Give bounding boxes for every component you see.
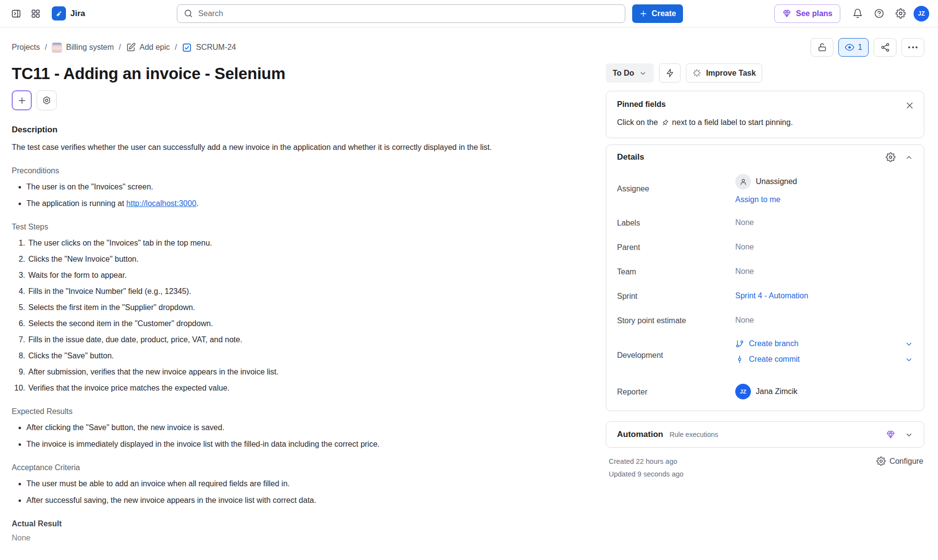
project-avatar xyxy=(52,42,62,53)
preconditions-list: The user is on the "Invoices" screen. Th… xyxy=(12,181,575,209)
more-actions-button[interactable] xyxy=(901,38,924,57)
main-content: TC11 - Adding an invoice - Selenium Desc… xyxy=(0,57,938,542)
app-name: Jira xyxy=(70,9,85,19)
lock-button[interactable] xyxy=(810,38,833,57)
bell-icon xyxy=(853,8,863,19)
gear-icon xyxy=(895,8,906,19)
field-parent: Parent None xyxy=(606,235,924,259)
issue-header-row: Projects / Billing system / Add epic / S… xyxy=(0,27,938,57)
settings-button[interactable] xyxy=(892,5,909,22)
user-avatar[interactable]: JZ xyxy=(914,6,929,21)
add-content-button[interactable] xyxy=(12,90,32,110)
breadcrumb-separator: / xyxy=(175,43,177,52)
list-item: Fills in the issue date, due date, produ… xyxy=(27,334,575,346)
create-button[interactable]: Create xyxy=(632,4,683,23)
list-item: The application is running at http://loc… xyxy=(26,198,575,209)
notifications-button[interactable] xyxy=(849,5,866,22)
status-dropdown[interactable]: To Do xyxy=(606,63,654,83)
details-header[interactable]: Details xyxy=(606,145,924,169)
search-input[interactable] xyxy=(197,9,618,19)
app-switcher-button[interactable] xyxy=(27,5,44,22)
field-story-point-estimate: Story point estimate None xyxy=(606,308,924,332)
app-switcher-icon xyxy=(30,8,41,19)
watchers-button[interactable]: 1 xyxy=(838,38,869,57)
automation-header[interactable]: Automation Rule executions xyxy=(606,422,924,447)
breadcrumb-separator: / xyxy=(45,43,47,52)
assignee-value[interactable]: Unassigned xyxy=(735,174,913,189)
jira-logo-icon xyxy=(52,6,66,21)
labels-value[interactable]: None xyxy=(735,218,913,227)
jira-logo[interactable]: Jira xyxy=(52,6,85,21)
preconditions-heading: Preconditions xyxy=(12,166,575,175)
collapse-chevron-up-icon[interactable] xyxy=(905,153,913,162)
details-settings-icon[interactable] xyxy=(886,152,895,162)
actual-result-value: None xyxy=(12,534,575,542)
apps-button[interactable] xyxy=(37,90,57,110)
breadcrumb: Projects / Billing system / Add epic / S… xyxy=(12,42,236,53)
expected-results-list: After clicking the "Save" button, the ne… xyxy=(12,422,575,450)
global-search[interactable] xyxy=(177,4,625,23)
breadcrumb-projects[interactable]: Projects xyxy=(12,43,40,52)
create-branch-row: Create branch xyxy=(735,339,913,348)
status-row: To Do Improve Task xyxy=(606,63,924,83)
pinned-fields-close-button[interactable] xyxy=(902,98,917,113)
create-commit-link[interactable]: Create commit xyxy=(749,355,800,364)
list-item: Clicks the "Save" button. xyxy=(27,350,575,362)
issue-sidebar-column: To Do Improve Task Pinned fields xyxy=(606,63,924,480)
acceptance-criteria-list: The user must be able to add an invoice … xyxy=(12,478,575,506)
reporter-value[interactable]: JZ Jana Zimcik xyxy=(735,384,913,399)
breadcrumb-separator: / xyxy=(119,43,121,52)
improve-task-button[interactable]: Improve Task xyxy=(686,63,762,83)
list-item: The user clicks on the "Invoices" tab in… xyxy=(27,237,575,249)
sprint-link[interactable]: Sprint 4 - Automation xyxy=(735,291,808,300)
field-development: Development Create branch Create commit xyxy=(606,332,924,377)
see-plans-button[interactable]: See plans xyxy=(774,4,840,23)
quick-add-toolbar xyxy=(12,90,575,110)
list-item: Verifies that the invoice price matches … xyxy=(27,382,575,394)
automation-title: Automation xyxy=(617,430,663,439)
apps-hexagon-icon xyxy=(42,96,51,105)
issue-actions: 1 xyxy=(810,38,924,57)
pinned-fields-panel: Pinned fields Click on the next to a fie… xyxy=(606,91,924,138)
breadcrumb-project[interactable]: Billing system xyxy=(52,42,114,53)
premium-diamond-icon xyxy=(886,430,895,439)
parent-value[interactable]: None xyxy=(735,243,913,251)
automation-panel: Automation Rule executions xyxy=(606,421,924,448)
expected-results-heading: Expected Results xyxy=(12,407,575,416)
updated-timestamp: Updated 9 seconds ago xyxy=(609,468,683,480)
sidebar-expand-icon xyxy=(11,8,21,19)
close-icon xyxy=(905,101,914,110)
acceptance-criteria-heading: Acceptance Criteria xyxy=(12,463,575,472)
list-item: After clicking the "Save" button, the ne… xyxy=(26,422,575,434)
help-button[interactable] xyxy=(871,5,887,22)
description-intro: The test case verifies whether the user … xyxy=(12,142,575,153)
issue-body-column: TC11 - Adding an invoice - Selenium Desc… xyxy=(12,63,575,542)
expand-chevron-down-icon[interactable] xyxy=(905,431,913,439)
plus-icon xyxy=(639,9,648,18)
reporter-avatar: JZ xyxy=(735,384,751,399)
create-branch-link[interactable]: Create branch xyxy=(749,339,798,348)
pin-icon xyxy=(659,117,671,128)
story-point-value[interactable]: None xyxy=(735,316,913,325)
configure-button[interactable]: Configure xyxy=(876,455,923,466)
team-value[interactable]: None xyxy=(735,267,913,276)
sparkle-burst-icon xyxy=(692,68,702,78)
list-item: Waits for the form to appear. xyxy=(27,270,575,281)
issue-meta-row: Created 22 hours ago Updated 9 seconds a… xyxy=(606,455,924,480)
field-sprint: Sprint Sprint 4 - Automation xyxy=(606,284,924,308)
premium-diamond-icon xyxy=(782,9,791,18)
sidebar-toggle-button[interactable] xyxy=(8,5,24,22)
share-icon xyxy=(880,42,890,52)
pinned-fields-hint: Click on the next to a field label to st… xyxy=(617,118,913,127)
assign-to-me-link[interactable]: Assign to me xyxy=(735,195,780,204)
chevron-down-icon[interactable] xyxy=(905,340,913,348)
git-branch-icon xyxy=(735,339,744,348)
chevron-down-icon[interactable] xyxy=(905,355,913,364)
person-icon xyxy=(739,178,747,186)
automation-lightning-button[interactable] xyxy=(659,63,681,83)
breadcrumb-add-epic[interactable]: Add epic xyxy=(126,42,170,52)
share-button[interactable] xyxy=(874,38,896,57)
localhost-link[interactable]: http://localhost:3000 xyxy=(127,199,196,207)
breadcrumb-issue-key[interactable]: SCRUM-24 xyxy=(182,42,236,53)
page-title: TC11 - Adding an invoice - Selenium xyxy=(12,64,575,83)
